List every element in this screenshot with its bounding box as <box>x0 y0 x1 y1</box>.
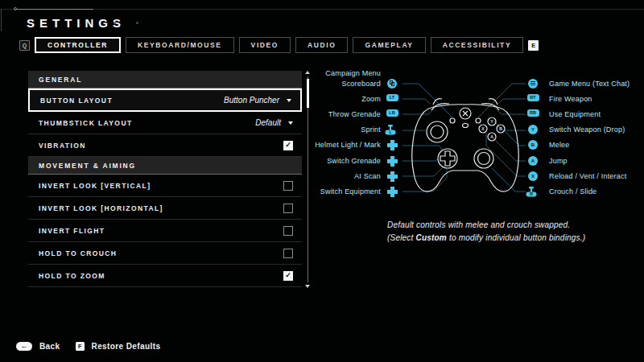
setting-control <box>283 226 293 236</box>
binding-label-line: AI Scan <box>354 171 381 182</box>
note-line-2: (Select Custom to modify individual butt… <box>387 233 585 242</box>
dropdown-value[interactable]: Button Puncher <box>224 96 279 105</box>
chevron-down-icon[interactable] <box>288 121 293 125</box>
binding-label-use-equipment: Use Equipment <box>549 109 601 120</box>
setting-control <box>283 204 293 213</box>
checkbox[interactable]: ✓ <box>283 141 293 150</box>
binding-icon-slot: RT <box>526 94 540 101</box>
binding-icon-slot: LT <box>385 94 399 101</box>
tab-gameplay[interactable]: GAMEPLAY <box>353 37 425 53</box>
checkbox[interactable] <box>283 181 293 191</box>
setting-label: VIBRATION <box>39 142 86 150</box>
binding-label-ai-scan: AI Scan <box>354 171 381 182</box>
binding-icon-slot: X <box>526 171 540 181</box>
setting-control: Button Puncher <box>224 96 291 105</box>
dropdown-value[interactable]: Default <box>255 118 281 127</box>
tab-controller[interactable]: CONTROLLER <box>35 37 121 53</box>
menu-bar <box>530 84 535 85</box>
binding-icon-slot: RB <box>526 109 540 117</box>
setting-row-invert-look-vertical-[interactable]: INVERT LOOK [VERTICAL] <box>28 175 302 197</box>
setting-control: ✓ <box>283 141 293 150</box>
scrollbar-thumb[interactable] <box>307 79 309 108</box>
back-key-icon[interactable]: ← <box>16 342 32 351</box>
note-line-1: Default controls with melee and crouch s… <box>387 220 585 229</box>
binding-label-switch-equipment: Switch Equipment <box>320 187 381 197</box>
binding-icon-slot <box>385 79 399 88</box>
restore-defaults-button[interactable]: Restore Defaults <box>92 342 161 351</box>
restore-defaults-key-icon[interactable]: F <box>76 342 85 351</box>
tab-audio[interactable]: AUDIO <box>295 37 348 53</box>
binding-icon-slot <box>385 187 399 197</box>
svg-text:A: A <box>490 134 493 139</box>
binding-label-switch-grenade: Switch Grenade <box>327 156 381 167</box>
rt-bumper-icon: RT <box>527 94 539 101</box>
y-button-icon: Y <box>528 125 538 134</box>
setting-control <box>283 181 293 191</box>
binding-label-sprint: Sprint <box>361 125 381 135</box>
scroll-down-icon[interactable] <box>305 285 310 288</box>
checkbox[interactable] <box>283 249 293 258</box>
checkbox[interactable]: ✓ <box>283 271 293 281</box>
rb-bumper-icon: RB <box>527 109 539 117</box>
scrollbar[interactable] <box>303 71 312 288</box>
binding-label-crouch-slide: Crouch / Slide <box>549 187 597 197</box>
binding-icon-slot <box>385 140 399 150</box>
binding-label-fire-weapon: Fire Weapon <box>549 94 592 105</box>
tab-accessibility[interactable]: ACCESSIBILITY <box>431 37 524 53</box>
binding-label-game-menu-text-chat-: Game Menu (Text Chat) <box>549 79 630 89</box>
setting-row-vibration[interactable]: VIBRATION✓ <box>28 134 302 157</box>
setting-control <box>283 249 293 258</box>
diagram-notes: Default controls with melee and crouch s… <box>387 220 585 246</box>
scroll-up-icon[interactable] <box>305 71 310 74</box>
checkbox[interactable] <box>283 204 293 213</box>
menu-button-icon <box>528 79 538 88</box>
svg-text:Y: Y <box>490 119 493 124</box>
binding-icon-slot <box>526 79 540 88</box>
setting-row-hold-to-zoom[interactable]: HOLD TO ZOOM✓ <box>28 265 302 287</box>
tab-video[interactable]: VIDEO <box>239 37 291 53</box>
setting-row-button-layout[interactable]: BUTTON LAYOUTButton Puncher <box>28 88 302 112</box>
back-button[interactable]: Back <box>39 342 60 351</box>
setting-row-thumbstick-layout[interactable]: THUMBSTICK LAYOUTDefault <box>28 112 302 134</box>
setting-control: Default <box>255 118 293 127</box>
page-title: SETTINGS <box>27 16 126 30</box>
setting-label: HOLD TO ZOOM <box>39 272 105 280</box>
binding-label-line: Fire Weapon <box>549 94 592 105</box>
binding-icon-slot <box>385 171 399 182</box>
top-divider <box>0 9 644 10</box>
binding-label-reload-vent-interact: Reload / Vent / Interact <box>549 171 626 182</box>
title-dot <box>114 22 116 24</box>
a-button-icon: A <box>528 156 538 166</box>
setting-row-hold-to-crouch[interactable]: HOLD TO CROUCH <box>28 242 302 265</box>
setting-row-invert-look-horizontal-[interactable]: INVERT LOOK [HORIZONTAL] <box>28 197 302 220</box>
binding-label-line: Scoreboard <box>325 79 381 89</box>
binding-label-line: Switch Equipment <box>320 187 381 197</box>
checkbox[interactable] <box>283 226 293 236</box>
setting-label: BUTTON LAYOUT <box>40 97 113 105</box>
chevron-down-icon[interactable] <box>287 99 291 102</box>
binding-label-line: Game Menu (Text Chat) <box>549 79 630 89</box>
svg-text:L: L <box>389 130 391 134</box>
binding-label-line: Zoom <box>361 94 381 105</box>
prev-tab-key-icon[interactable]: Q <box>19 40 30 51</box>
b-button-icon: B <box>528 140 538 150</box>
svg-text:R: R <box>530 191 533 196</box>
left-edge-line <box>1 9 2 31</box>
binding-label-helmet-light-mark: Helmet Light / Mark <box>315 140 381 150</box>
setting-control: ✓ <box>283 271 293 281</box>
tab-keyboard-mouse[interactable]: KEYBOARD/MOUSE <box>126 37 234 53</box>
binding-icon-slot: Y <box>526 125 540 134</box>
setting-label: THUMBSTICK LAYOUT <box>39 119 133 127</box>
dpad-icon <box>387 140 398 150</box>
svg-text:X: X <box>481 126 485 131</box>
next-tab-key-icon[interactable]: E <box>528 40 539 51</box>
binding-label-jump: Jump <box>549 156 568 167</box>
binding-label-melee: Melee <box>549 140 570 150</box>
binding-label-line: Reload / Vent / Interact <box>549 171 626 182</box>
setting-row-invert-flight[interactable]: INVERT FLIGHT <box>28 220 302 242</box>
binding-label-line: Campaign Menu <box>325 68 381 79</box>
binding-icon-slot: LB <box>385 109 399 117</box>
binding-label-line: Sprint <box>361 125 381 135</box>
view-button-icon <box>387 79 397 88</box>
binding-label-switch-weapon-drop-: Switch Weapon (Drop) <box>549 125 625 135</box>
